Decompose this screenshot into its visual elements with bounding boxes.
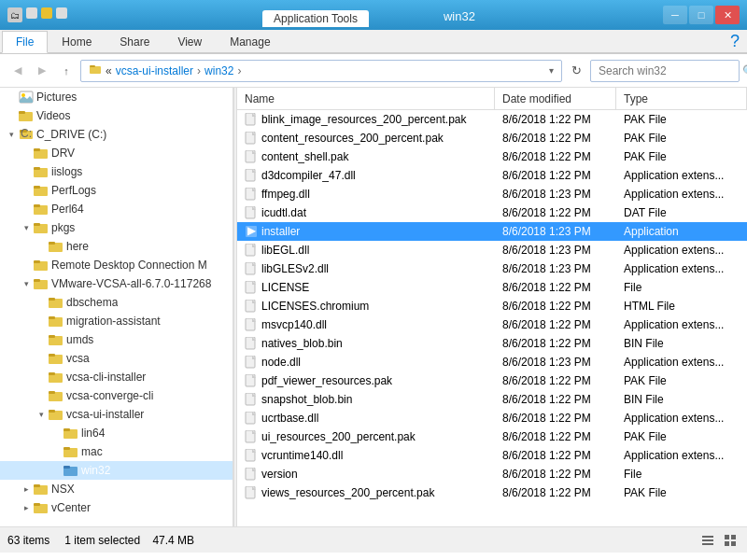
help-button[interactable]: ? bbox=[723, 30, 747, 52]
expand-icon-vcenter[interactable]: ▸ bbox=[19, 500, 34, 515]
expand-icon-cdrive[interactable]: ▾ bbox=[4, 127, 19, 142]
file-date-label: 8/6/2018 1:22 PM bbox=[495, 337, 616, 350]
back-button[interactable]: ◀ bbox=[7, 61, 28, 81]
file-row[interactable]: icudtl.dat8/6/2018 1:22 PMDAT File bbox=[237, 203, 747, 222]
file-row[interactable]: blink_image_resources_200_percent.pak8/6… bbox=[237, 110, 747, 129]
sidebar-item-migration[interactable]: migration-assistant bbox=[0, 312, 233, 330]
file-row[interactable]: pdf_viewer_resources.pak8/6/2018 1:22 PM… bbox=[237, 371, 747, 390]
address-segment-root[interactable]: « bbox=[106, 64, 112, 77]
status-right bbox=[698, 531, 740, 550]
title-icon-3 bbox=[41, 7, 52, 19]
file-row[interactable]: libEGL.dll8/6/2018 1:23 PMApplication ex… bbox=[237, 241, 747, 259]
sidebar-item-vcenter[interactable]: ▸vCenter bbox=[0, 498, 233, 517]
sidebar-item-perl64[interactable]: Perl64 bbox=[0, 200, 233, 218]
file-row[interactable]: d3dcompiler_47.dll8/6/2018 1:22 PMApplic… bbox=[237, 166, 747, 185]
file-row[interactable]: version8/6/2018 1:22 PMFile bbox=[237, 465, 747, 483]
folder-icon-win32 bbox=[63, 463, 78, 478]
file-type-label: BIN File bbox=[616, 393, 747, 406]
address-path[interactable]: « vcsa-ui-installer › win32 › ▾ bbox=[80, 60, 562, 82]
refresh-button[interactable]: ↻ bbox=[566, 61, 586, 81]
file-row[interactable]: node.dll8/6/2018 1:23 PMApplication exte… bbox=[237, 353, 747, 371]
file-cell-name: ucrtbase.dll bbox=[237, 412, 495, 425]
folder-icon-perflogs bbox=[34, 183, 49, 198]
file-row[interactable]: views_resources_200_percent.pak8/6/2018 … bbox=[237, 483, 747, 502]
sidebar-label-umds: umds bbox=[66, 333, 93, 346]
sidebar-item-vmware[interactable]: ▾VMware-VCSA-all-6.7.0-117268 bbox=[0, 274, 233, 293]
file-row[interactable]: LICENSES.chromium8/6/2018 1:22 PMHTML Fi… bbox=[237, 297, 747, 315]
expand-icon-umds bbox=[34, 332, 49, 347]
sidebar-item-videos[interactable]: Videos bbox=[0, 106, 233, 125]
file-date-label: 8/6/2018 1:22 PM bbox=[495, 150, 616, 163]
sidebar-item-mac[interactable]: mac bbox=[0, 442, 233, 461]
file-type-label: File bbox=[616, 468, 747, 481]
file-cell-name: icudtl.dat bbox=[237, 206, 495, 219]
file-row[interactable]: msvcp140.dll8/6/2018 1:22 PMApplication … bbox=[237, 315, 747, 334]
svg-rect-44 bbox=[63, 466, 70, 469]
file-row[interactable]: ▶installer8/6/2018 1:23 PMApplication bbox=[237, 222, 747, 241]
sidebar-item-remote[interactable]: Remote Desktop Connection M bbox=[0, 256, 233, 274]
sidebar-item-nsx[interactable]: ▸NSX bbox=[0, 480, 233, 498]
expand-icon-win32 bbox=[49, 463, 63, 478]
sidebar-item-perflogs[interactable]: PerfLogs bbox=[0, 181, 233, 200]
maximize-button[interactable]: □ bbox=[689, 6, 713, 24]
address-segment-current[interactable]: win32 bbox=[204, 64, 233, 77]
folder-icon-cdrive: C: bbox=[19, 127, 34, 142]
tab-share[interactable]: Share bbox=[106, 31, 163, 53]
file-date-label: 8/6/2018 1:22 PM bbox=[495, 132, 616, 145]
file-row[interactable]: natives_blob.bin8/6/2018 1:22 PMBIN File bbox=[237, 334, 747, 353]
sidebar-label-vcsa-converge: vcsa-converge-cli bbox=[66, 389, 153, 402]
expand-icon-pkgs[interactable]: ▾ bbox=[19, 220, 34, 235]
file-type-label: PAK File bbox=[616, 430, 747, 443]
up-button[interactable]: ↑ bbox=[56, 61, 77, 81]
forward-button[interactable]: ▶ bbox=[32, 61, 52, 81]
view-tiles-button[interactable] bbox=[721, 531, 740, 550]
sidebar-label-remote: Remote Desktop Connection M bbox=[51, 259, 207, 272]
tab-manage[interactable]: Manage bbox=[216, 31, 284, 53]
sidebar-label-vcsa-cli: vcsa-cli-installer bbox=[66, 371, 146, 384]
sidebar-item-lin64[interactable]: lin64 bbox=[0, 424, 233, 442]
folder-icon-dbschema bbox=[49, 295, 63, 310]
file-scroll-area[interactable]: blink_image_resources_200_percent.pak8/6… bbox=[237, 110, 747, 526]
minimize-button[interactable]: ─ bbox=[663, 6, 687, 24]
col-header-type[interactable]: Type bbox=[616, 88, 747, 109]
file-row[interactable]: ucrtbase.dll8/6/2018 1:22 PMApplication … bbox=[237, 409, 747, 427]
search-box[interactable]: 🔍 bbox=[590, 60, 740, 82]
view-details-button[interactable] bbox=[698, 531, 717, 550]
search-input[interactable] bbox=[599, 64, 739, 77]
close-button[interactable]: ✕ bbox=[715, 6, 740, 24]
file-row[interactable]: libGLESv2.dll8/6/2018 1:23 PMApplication… bbox=[237, 259, 747, 278]
tab-home[interactable]: Home bbox=[48, 31, 106, 53]
sidebar-item-pictures[interactable]: Pictures bbox=[0, 88, 233, 106]
file-row[interactable]: snapshot_blob.bin8/6/2018 1:22 PMBIN Fil… bbox=[237, 390, 747, 409]
address-segment-parent[interactable]: vcsa-ui-installer bbox=[116, 64, 193, 77]
sidebar-item-vcsa-converge[interactable]: vcsa-converge-cli bbox=[0, 386, 233, 405]
expand-icon-vmware[interactable]: ▾ bbox=[19, 276, 34, 291]
file-row[interactable]: content_shell.pak8/6/2018 1:22 PMPAK Fil… bbox=[237, 147, 747, 166]
file-row[interactable]: ffmpeg.dll8/6/2018 1:23 PMApplication ex… bbox=[237, 185, 747, 203]
tab-file[interactable]: File bbox=[2, 31, 48, 53]
col-header-date[interactable]: Date modified bbox=[495, 88, 616, 109]
sidebar-item-here[interactable]: here bbox=[0, 237, 233, 256]
ribbon-tabs: File Home Share View Manage ? bbox=[0, 30, 747, 53]
sidebar-item-vcsa[interactable]: vcsa bbox=[0, 349, 233, 368]
tab-view[interactable]: View bbox=[163, 31, 216, 53]
sidebar-item-win32[interactable]: win32 bbox=[0, 461, 233, 480]
address-dropdown-btn[interactable]: ▾ bbox=[549, 65, 554, 76]
col-header-name[interactable]: Name bbox=[237, 88, 495, 109]
expand-icon-nsx[interactable]: ▸ bbox=[19, 482, 34, 497]
sidebar-item-vcsa-cli[interactable]: vcsa-cli-installer bbox=[0, 368, 233, 386]
status-count: 63 items bbox=[7, 534, 49, 547]
title-bar: 🗂 Application Tools win32 ─ □ ✕ bbox=[0, 0, 747, 30]
sidebar-item-cdrive[interactable]: ▾C:C_DRIVE (C:) bbox=[0, 125, 233, 144]
sidebar-item-iislogs[interactable]: iislogs bbox=[0, 162, 233, 181]
sidebar-item-dbschema[interactable]: dbschema bbox=[0, 293, 233, 312]
sidebar-item-pkgs[interactable]: ▾pkgs bbox=[0, 218, 233, 237]
file-row[interactable]: ui_resources_200_percent.pak8/6/2018 1:2… bbox=[237, 427, 747, 446]
expand-icon-vcsa-ui[interactable]: ▾ bbox=[34, 407, 49, 422]
sidebar-item-umds[interactable]: umds bbox=[0, 330, 233, 349]
file-row[interactable]: content_resources_200_percent.pak8/6/201… bbox=[237, 129, 747, 147]
sidebar-item-drv[interactable]: DRV bbox=[0, 144, 233, 162]
sidebar-item-vcsa-ui[interactable]: ▾vcsa-ui-installer bbox=[0, 405, 233, 424]
file-row[interactable]: vcruntime140.dll8/6/2018 1:22 PMApplicat… bbox=[237, 446, 747, 465]
file-row[interactable]: LICENSE8/6/2018 1:22 PMFile bbox=[237, 278, 747, 297]
